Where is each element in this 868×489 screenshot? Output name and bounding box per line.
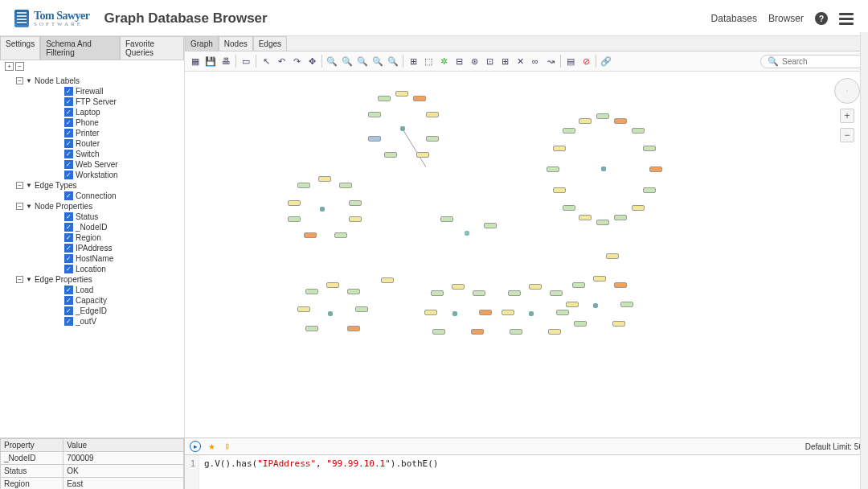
tab-favorite-queries[interactable]: Favorite Queries bbox=[120, 36, 184, 60]
node-label-item[interactable]: Laptop bbox=[76, 108, 100, 117]
checkbox-icon[interactable]: ✓ bbox=[64, 296, 73, 305]
redo-icon[interactable]: ↷ bbox=[289, 54, 304, 68]
run-query-icon[interactable]: ▸ bbox=[190, 441, 201, 452]
node-label-item[interactable]: Phone bbox=[76, 118, 99, 127]
group-edge-types[interactable]: Edge Types bbox=[35, 181, 77, 190]
node-label-item[interactable]: Web Server bbox=[76, 160, 118, 169]
checkbox-icon[interactable]: ✓ bbox=[64, 150, 73, 158]
checkbox-icon[interactable]: ✓ bbox=[64, 265, 73, 273]
group-node-properties[interactable]: Node Properties bbox=[35, 202, 92, 211]
edge-prop-item[interactable]: Load bbox=[76, 286, 93, 294]
collapse-icon[interactable]: − bbox=[16, 203, 23, 210]
query-text[interactable]: g.V().has("IPAddress", "99.99.10.1").bot… bbox=[199, 455, 443, 489]
checkbox-icon[interactable]: ✓ bbox=[64, 139, 73, 148]
node-label-item[interactable]: Workstation bbox=[76, 171, 118, 179]
caret-icon[interactable]: ▼ bbox=[26, 182, 32, 189]
node-prop-item[interactable]: IPAddress bbox=[76, 244, 112, 253]
edge-type-item[interactable]: Connection bbox=[76, 191, 117, 200]
caret-icon[interactable]: ▼ bbox=[26, 276, 32, 283]
graph-canvas[interactable]: + − bbox=[185, 72, 868, 438]
checkbox-icon[interactable]: ✓ bbox=[64, 306, 73, 315]
edge-prop-item[interactable]: Capacity bbox=[76, 296, 107, 305]
checkbox-icon[interactable]: ✓ bbox=[64, 171, 73, 179]
caret-icon[interactable]: ▼ bbox=[26, 77, 32, 84]
group-node-labels[interactable]: Node Labels bbox=[35, 76, 80, 85]
checkbox-icon[interactable]: ✓ bbox=[64, 191, 73, 200]
pointer-icon[interactable]: ↖ bbox=[259, 54, 273, 68]
query-editor[interactable]: 1 g.V().has("IPAddress", "99.99.10.1").b… bbox=[185, 455, 868, 489]
zoom-out-icon[interactable]: 🔍 bbox=[340, 54, 354, 68]
router-icon[interactable]: ↝ bbox=[543, 54, 558, 68]
favorite-icon[interactable]: ★ bbox=[206, 441, 217, 452]
checkbox-icon[interactable]: ✓ bbox=[64, 160, 73, 169]
wand-icon[interactable]: ✎ bbox=[219, 438, 235, 454]
node-label-item[interactable]: Printer bbox=[76, 129, 99, 138]
checkbox-icon[interactable]: ✓ bbox=[64, 129, 73, 138]
nav-databases[interactable]: Databases bbox=[711, 13, 757, 24]
tab-graph[interactable]: Graph bbox=[185, 36, 219, 51]
collapse-icon[interactable]: − bbox=[16, 77, 23, 84]
node-label-item[interactable]: FTP Server bbox=[76, 97, 117, 106]
cursor-icon[interactable]: ⬚ bbox=[421, 54, 436, 68]
checkbox-icon[interactable]: ✓ bbox=[64, 233, 73, 242]
select-icon[interactable]: ▭ bbox=[239, 54, 253, 68]
checkbox-icon[interactable]: ✓ bbox=[64, 87, 73, 96]
zoom-fit-icon[interactable]: ✥ bbox=[305, 54, 319, 68]
search-input[interactable] bbox=[782, 57, 858, 66]
caret-icon[interactable]: ▼ bbox=[26, 203, 32, 210]
cross-icon[interactable]: ✕ bbox=[513, 54, 527, 68]
collapse-all-icon[interactable]: − bbox=[15, 62, 24, 71]
checkbox-icon[interactable]: ✓ bbox=[64, 286, 73, 294]
collapse-icon[interactable]: − bbox=[16, 182, 23, 189]
zoom-reset-icon[interactable]: 🔍 bbox=[371, 54, 385, 68]
nav-browser[interactable]: Browser bbox=[768, 13, 804, 24]
node-prop-item[interactable]: Region bbox=[76, 233, 101, 242]
layout-icon[interactable]: ▦ bbox=[188, 54, 203, 68]
tab-edges[interactable]: Edges bbox=[253, 36, 287, 51]
edge-prop-item[interactable]: _EdgeID bbox=[76, 306, 107, 315]
undo-icon[interactable]: ↶ bbox=[274, 54, 289, 68]
print-icon[interactable]: 🖶 bbox=[219, 54, 233, 68]
tree-icon[interactable]: ⊟ bbox=[452, 54, 466, 68]
zoom-out-button[interactable]: − bbox=[840, 128, 854, 142]
checkbox-icon[interactable]: ✓ bbox=[64, 108, 73, 117]
link-icon[interactable]: 🔗 bbox=[599, 54, 613, 68]
bundle-icon[interactable]: ⊡ bbox=[482, 54, 497, 68]
tab-schema-filtering[interactable]: Schema And Filtering bbox=[40, 36, 120, 60]
checkbox-icon[interactable]: ✓ bbox=[64, 97, 73, 106]
checkbox-icon[interactable]: ✓ bbox=[64, 317, 73, 326]
stop-icon[interactable]: ⊘ bbox=[579, 54, 593, 68]
checkbox-icon[interactable]: ✓ bbox=[64, 118, 73, 127]
save-icon[interactable]: 💾 bbox=[203, 54, 218, 68]
node-label-item[interactable]: Firewall bbox=[76, 87, 103, 96]
help-icon[interactable]: ? bbox=[815, 12, 828, 25]
ortho-icon[interactable]: ⊞ bbox=[497, 54, 512, 68]
checkbox-icon[interactable]: ✓ bbox=[64, 212, 73, 221]
zoom-in-button[interactable]: + bbox=[840, 109, 854, 123]
pan-disc[interactable] bbox=[834, 78, 860, 104]
collapse-icon[interactable]: − bbox=[16, 276, 23, 283]
labels-icon[interactable]: ▤ bbox=[563, 54, 578, 68]
zoom-full-icon[interactable]: 🔍 bbox=[386, 54, 400, 68]
group-edge-properties[interactable]: Edge Properties bbox=[35, 275, 92, 284]
node-label-item[interactable]: Switch bbox=[76, 150, 99, 158]
hierarchical-icon[interactable]: ⊞ bbox=[406, 54, 420, 68]
node-prop-item[interactable]: Location bbox=[76, 265, 106, 273]
tab-nodes[interactable]: Nodes bbox=[219, 36, 253, 51]
zoom-area-icon[interactable]: 🔍 bbox=[355, 54, 370, 68]
spring-icon[interactable]: ✲ bbox=[436, 54, 451, 68]
menu-icon[interactable] bbox=[839, 13, 854, 25]
checkbox-icon[interactable]: ✓ bbox=[64, 223, 73, 232]
node-prop-item[interactable]: Status bbox=[76, 212, 98, 221]
node-prop-item[interactable]: HostName bbox=[76, 254, 113, 263]
cluster-icon[interactable]: ∞ bbox=[528, 54, 542, 68]
radial-icon[interactable]: ⊛ bbox=[467, 54, 481, 68]
scrollbar[interactable] bbox=[860, 32, 868, 489]
checkbox-icon[interactable]: ✓ bbox=[64, 254, 73, 263]
node-prop-item[interactable]: _NodeID bbox=[76, 223, 107, 232]
search-box[interactable]: 🔍 bbox=[760, 55, 865, 68]
tab-settings[interactable]: Settings bbox=[0, 36, 40, 60]
edge-prop-item[interactable]: _outV bbox=[76, 317, 96, 326]
zoom-in-icon[interactable]: 🔍 bbox=[325, 54, 339, 68]
node-label-item[interactable]: Router bbox=[76, 139, 100, 148]
